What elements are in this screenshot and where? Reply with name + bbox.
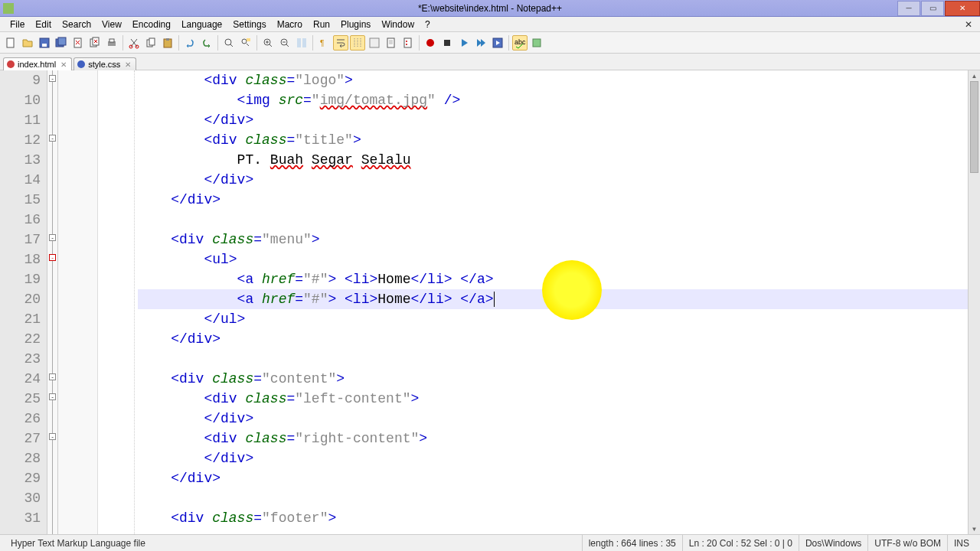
menu-run[interactable]: Run (308, 18, 335, 31)
menu-search[interactable]: Search (57, 18, 96, 31)
tab-close-icon[interactable]: ✕ (60, 60, 67, 69)
svg-rect-0 (7, 38, 14, 47)
menu-language[interactable]: Language (176, 18, 227, 31)
copy-icon[interactable] (143, 35, 158, 51)
line-number: 27 (0, 429, 41, 448)
open-file-icon[interactable] (20, 35, 35, 51)
redo-icon[interactable] (199, 35, 214, 51)
func-list-icon[interactable] (400, 35, 416, 51)
paste-icon[interactable] (160, 35, 175, 51)
tab-index-html[interactable]: index.html ✕ (3, 57, 72, 70)
minimize-button[interactable]: ─ (897, 1, 920, 16)
status-eol[interactable]: Dos\Windows (799, 535, 867, 551)
play-icon[interactable] (456, 35, 472, 51)
menu-macro[interactable]: Macro (272, 18, 308, 31)
print-icon[interactable] (104, 35, 119, 51)
menu-file[interactable]: File (5, 18, 30, 31)
fold-toggle-icon[interactable]: - (49, 373, 56, 380)
find-icon[interactable] (221, 35, 237, 51)
svg-text:abc: abc (514, 38, 526, 46)
svg-rect-9 (109, 39, 114, 42)
svg-rect-15 (166, 38, 169, 41)
doc-map-icon[interactable] (384, 35, 399, 51)
fold-toggle-icon[interactable]: - (49, 234, 56, 241)
line-number: 23 (0, 349, 41, 369)
menu-edit[interactable]: Edit (30, 18, 57, 31)
fold-margin[interactable]: - - - - - - - (47, 70, 58, 534)
code-content[interactable]: <div class="logo"> <img src="img/tomat.j… (135, 70, 968, 534)
svg-point-27 (406, 41, 407, 42)
fold-toggle-icon[interactable]: - (49, 393, 56, 400)
save-macro-icon[interactable] (490, 35, 505, 51)
window-controls: ─ ▭ ✕ (897, 1, 980, 16)
line-number: 30 (0, 488, 41, 508)
doc-close-icon[interactable]: ✕ (962, 19, 975, 30)
play-multi-icon[interactable] (473, 35, 488, 51)
line-number: 10 (0, 90, 41, 110)
tab-bar: index.html ✕ style.css ✕ (0, 54, 980, 70)
line-number: 11 (0, 110, 41, 130)
plugin-icon[interactable] (529, 35, 544, 51)
line-number: 29 (0, 468, 41, 488)
indent-guide-icon[interactable] (350, 35, 365, 51)
udl-icon[interactable] (367, 35, 382, 51)
fold-toggle-icon[interactable]: - (49, 433, 56, 440)
fold-toggle-icon[interactable]: - (49, 135, 56, 142)
cut-icon[interactable] (126, 35, 142, 51)
svg-rect-25 (387, 38, 394, 47)
show-invis-icon[interactable]: ¶ (316, 35, 332, 51)
new-file-icon[interactable] (3, 35, 18, 51)
line-number: 25 (0, 389, 41, 409)
menu-window[interactable]: Window (376, 18, 420, 31)
status-language: Hyper Text Markup Language file (5, 535, 582, 551)
line-number: 13 (0, 150, 41, 170)
menu-settings[interactable]: Settings (227, 18, 271, 31)
svg-rect-2 (42, 44, 47, 47)
fold-toggle-icon[interactable]: - (49, 75, 56, 82)
scroll-down-icon[interactable]: ▼ (969, 523, 980, 534)
line-number: 26 (0, 409, 41, 429)
menu-help[interactable]: ? (420, 18, 436, 31)
spellcheck-icon[interactable]: abc (512, 35, 528, 51)
change-margin (58, 70, 98, 534)
status-bar: Hyper Text Markup Language file length :… (0, 534, 980, 551)
text-cursor (494, 292, 495, 307)
close-all-icon[interactable] (87, 35, 103, 51)
close-file-icon[interactable] (70, 35, 86, 51)
editor-area[interactable]: 9 10 11 12 13 14 15 16 17 18 19 20 21 22… (0, 70, 980, 534)
menu-encoding[interactable]: Encoding (127, 18, 176, 31)
wordwrap-icon[interactable] (333, 35, 348, 51)
vertical-scrollbar[interactable]: ▲ ▼ (968, 70, 980, 534)
undo-icon[interactable] (182, 35, 198, 51)
svg-point-28 (406, 44, 407, 45)
menu-view[interactable]: View (96, 18, 127, 31)
scroll-thumb[interactable] (970, 81, 978, 173)
status-length: length : 664 lines : 35 (582, 535, 682, 551)
line-number: 12 (0, 130, 41, 150)
tab-close-icon[interactable]: ✕ (125, 60, 131, 69)
zoom-in-icon[interactable] (260, 35, 276, 51)
svg-rect-22 (302, 38, 306, 47)
save-all-icon[interactable] (54, 35, 69, 51)
tab-label: style.css (88, 60, 120, 69)
tab-style-css[interactable]: style.css ✕ (74, 57, 136, 70)
tab-label: index.html (18, 60, 56, 69)
replace-icon[interactable] (238, 35, 253, 51)
svg-rect-26 (404, 38, 411, 47)
sync-scroll-icon[interactable] (294, 35, 309, 51)
status-insert-mode[interactable]: INS (947, 535, 975, 551)
stop-icon[interactable] (439, 35, 455, 51)
zoom-out-icon[interactable] (277, 35, 292, 51)
maximize-button[interactable]: ▭ (921, 1, 944, 16)
scroll-up-icon[interactable]: ▲ (969, 70, 980, 81)
menu-plugins[interactable]: Plugins (335, 18, 376, 31)
close-button[interactable]: ✕ (945, 1, 980, 16)
fold-toggle-icon[interactable]: - (49, 254, 56, 261)
svg-rect-18 (247, 38, 250, 41)
svg-point-16 (225, 39, 231, 45)
window-title: *E:\website\index.html - Notepad++ (418, 3, 562, 14)
indent-guide (98, 70, 135, 534)
status-encoding[interactable]: UTF-8 w/o BOM (867, 535, 947, 551)
save-icon[interactable] (37, 35, 52, 51)
record-icon[interactable] (423, 35, 438, 51)
